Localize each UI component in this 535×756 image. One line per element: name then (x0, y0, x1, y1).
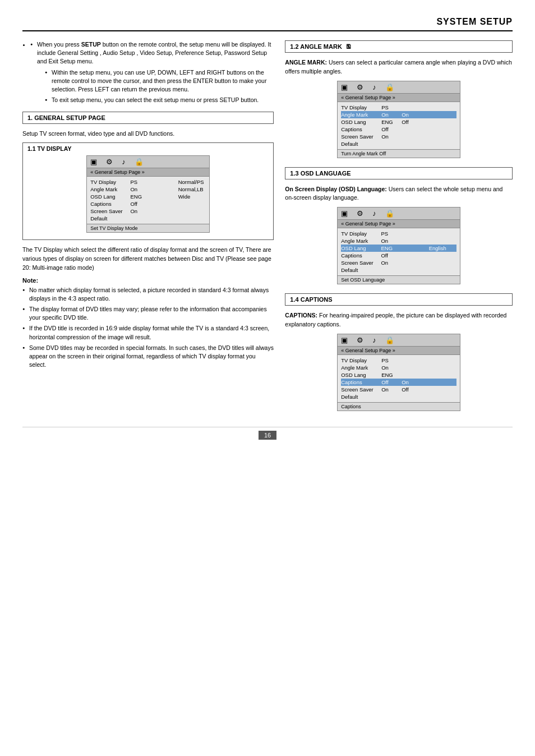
menu-row-screensaver-12: Screen Saver On (341, 133, 456, 140)
menu-panel-13: ▣ ⚙ ♪ 🔒 « General Setup Page » TV Displa… (337, 207, 460, 284)
menu-rows-12: TV Display PS Angle Mark On On OSD Lang … (338, 102, 460, 149)
intro-section: When you press SETUP button on the remot… (22, 40, 274, 105)
section-12-desc: ANGLE MARK: Users can select a particula… (285, 58, 513, 76)
section-13-box: 1.3 OSD LANGUAGE (285, 167, 513, 179)
menu-action-11: Set TV Display Mode (87, 224, 209, 232)
section-14-title: 1.4 CAPTIONS (290, 296, 332, 303)
menu-row-captions-14: Captions Off On (341, 379, 456, 386)
icon-setup-12: ⚙ (357, 83, 363, 91)
menu-row-osdlang-13: OSD Lang ENG English (341, 245, 456, 252)
page-number-section: 16 (22, 427, 513, 439)
menu-row-anglemark-14: Angle Mark On (341, 364, 456, 371)
menu-row-captions-12: Captions Off (341, 126, 456, 133)
menu-rows-13: TV Display PS Angle Mark On OSD Lang ENG (338, 228, 460, 275)
section-13-desc: On Screen Display (OSD) Language: Users … (285, 185, 513, 203)
icon-general-12: ▣ (341, 83, 348, 91)
subsection-11-desc: The TV Display which select the differen… (22, 246, 274, 272)
menu-nav-12: « General Setup Page » (338, 94, 460, 102)
menu-row-osdlang-12: OSD Lang ENG Off (341, 118, 456, 126)
menu-row-screensaver-13: Screen Saver On (341, 259, 456, 266)
section-13-title: 1.3 OSD LANGUAGE (290, 170, 350, 177)
icon-audio-12: ♪ (372, 83, 376, 91)
intro-bullet-item: When you press SETUP button on the remot… (30, 40, 274, 105)
section-1-general-setup: 1. GENERAL SETUP PAGE (22, 112, 274, 124)
intro-list-item-1: Within the setup menu, you can use UP, D… (45, 68, 274, 94)
section-12-title: 1.2 ANGLE MARK 🖻 (290, 43, 352, 50)
menu-row-anglemark-13: Angle Mark On (341, 237, 456, 245)
intro-numbered-list: Within the setup menu, you can use UP, D… (37, 68, 274, 105)
menu-nav-14: « General Setup Page » (338, 347, 460, 355)
icon-audio: ♪ (122, 158, 126, 166)
menu-row-screensaver-11: Screen Saver On (90, 208, 206, 215)
icon-lock-14: 🔒 (385, 336, 394, 344)
section-14-desc-bold: CAPTIONS: (285, 312, 317, 319)
menu-row-tvdisplay-12: TV Display PS (341, 104, 456, 111)
section-14-desc: CAPTIONS: For hearing-impaired people, t… (285, 311, 513, 329)
icon-setup-14: ⚙ (357, 336, 363, 344)
menu-panel-11: ▣ ⚙ ♪ 🔒 « General Setup Page » TV Displa… (86, 155, 210, 233)
note-item-2: The display format of DVD titles may var… (22, 305, 274, 322)
menu-row-osdlang-11: OSD Lang ENG Wide (90, 193, 206, 200)
menu-action-13: Set OSD Language (338, 275, 460, 284)
icon-audio-14: ♪ (372, 336, 376, 344)
menu-row-tvdisplay-14: TV Display PS (341, 357, 456, 364)
menu-row-default-14: Default (341, 393, 456, 400)
menu-nav-13: « General Setup Page » (338, 220, 460, 228)
menu-row-captions-13: Captions Off (341, 252, 456, 259)
menu-icons-row-14: ▣ ⚙ ♪ 🔒 (338, 334, 460, 347)
intro-bullet-list: When you press SETUP button on the remot… (22, 40, 274, 105)
content-columns: When you press SETUP button on the remot… (22, 40, 513, 416)
icon-general-13: ▣ (341, 209, 348, 218)
page: SYSTEM SETUP When you press SETUP button… (0, 0, 535, 756)
subsection-11-box: 1.1 TV DISPLAY ▣ ⚙ ♪ 🔒 « General Setup P… (22, 142, 274, 240)
menu-row-default-11: Default (90, 215, 206, 222)
section-14-box: 1.4 CAPTIONS (285, 293, 513, 306)
section-14-desc-text: For hearing-impaired people, the picture… (285, 312, 506, 328)
menu-row-anglemark-12: Angle Mark On On (341, 111, 456, 118)
menu-row-tvdisplay-13: TV Display PS (341, 230, 456, 237)
page-title: SYSTEM SETUP (436, 17, 513, 26)
intro-list-item-2: To exit setup menu, you can select the e… (45, 96, 274, 104)
menu-nav-11: « General Setup Page » (87, 168, 209, 177)
icon-lock: 🔒 (135, 158, 144, 166)
note-label: Note: (22, 277, 274, 284)
icon-general-14: ▣ (341, 336, 348, 344)
section-1-desc: Setup TV screen format, video type and a… (22, 130, 274, 139)
subsection-11-title: 1.1 TV DISPLAY (27, 145, 269, 152)
menu-row-default-13: Default (341, 266, 456, 274)
right-column: 1.2 ANGLE MARK 🖻 ANGLE MARK: Users can s… (285, 40, 513, 416)
icon-setup-13: ⚙ (357, 209, 363, 218)
section-12-box: 1.2 ANGLE MARK 🖻 (285, 40, 513, 53)
menu-row-default-12: Default (341, 140, 456, 147)
note-item-4: Some DVD titles may be recorded in speci… (22, 344, 274, 370)
icon-setup: ⚙ (106, 158, 113, 166)
menu-action-14: Captions (338, 402, 460, 411)
page-number: 16 (259, 431, 276, 440)
menu-rows-14: TV Display PS Angle Mark On OSD Lang ENG (338, 355, 460, 402)
notes-section: Note: No matter which display format is … (22, 277, 274, 370)
icon-lock-13: 🔒 (385, 209, 394, 218)
menu-row-captions-11: Captions Off (90, 200, 206, 208)
icon-lock-12: 🔒 (385, 83, 394, 91)
page-header: SYSTEM SETUP (22, 17, 513, 31)
menu-panel-14: ▣ ⚙ ♪ 🔒 « General Setup Page » TV Displa… (337, 334, 460, 411)
menu-rows-11: TV Display PS Normal/PS Angle Mark On No… (87, 177, 209, 224)
left-column: When you press SETUP button on the remot… (22, 40, 274, 416)
menu-panel-12: ▣ ⚙ ♪ 🔒 « General Setup Page » TV Displa… (337, 81, 460, 158)
menu-row-osdlang-14: OSD Lang ENG (341, 371, 456, 379)
notes-list: No matter which display format is select… (22, 286, 274, 370)
section-1-title: 1. GENERAL SETUP PAGE (27, 114, 105, 121)
menu-icons-row-11: ▣ ⚙ ♪ 🔒 (87, 156, 209, 168)
menu-icons-row-13: ▣ ⚙ ♪ 🔒 (338, 208, 460, 220)
menu-row-anglemark-11: Angle Mark On Normal,LB (90, 186, 206, 193)
note-item-3: If the DVD title is recorded in 16:9 wid… (22, 324, 274, 341)
section-13-desc-bold: On Screen Display (OSD) Language: (285, 186, 386, 192)
icon-audio-13: ♪ (372, 209, 376, 218)
menu-action-12: Turn Angle Mark Off (338, 149, 460, 158)
menu-row-screensaver-14: Screen Saver On Off (341, 386, 456, 393)
menu-row-tvdisplay-11: TV Display PS Normal/PS (90, 178, 206, 186)
icon-general: ▣ (90, 158, 97, 166)
note-item-1: No matter which display format is select… (22, 286, 274, 303)
section-12-desc-bold: ANGLE MARK: (285, 59, 327, 66)
menu-icons-row-12: ▣ ⚙ ♪ 🔒 (338, 81, 460, 94)
